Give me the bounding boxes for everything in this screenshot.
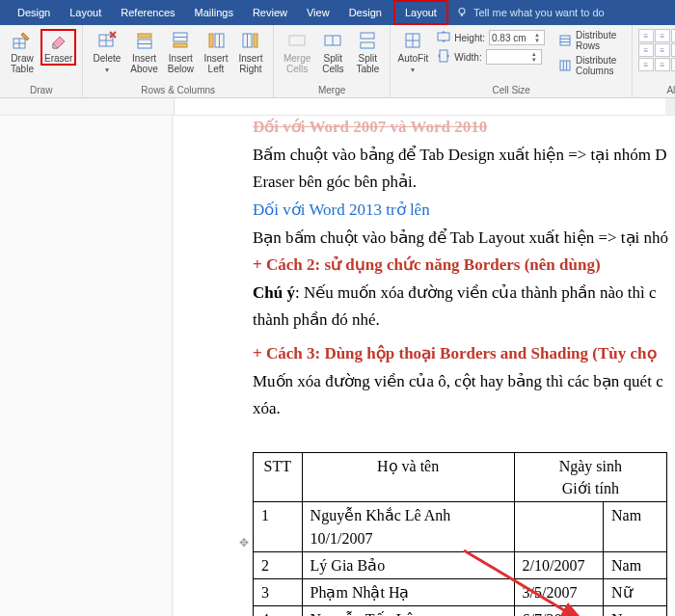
svg-rect-15	[174, 43, 187, 47]
svg-rect-30	[438, 33, 449, 40]
tab-design[interactable]: Design	[8, 0, 60, 25]
col-width-icon	[437, 49, 450, 65]
group-merge: Merge Cells Split Cells Split Table Merg…	[274, 25, 391, 97]
table-row[interactable]: 4 Nguyễn Tấn Lộc 6/7/2007 Nam	[254, 606, 667, 616]
alignment-grid[interactable]: ≡≡≡ ≡≡≡ ≡≡≡	[638, 29, 675, 71]
svg-rect-31	[440, 50, 447, 62]
horizontal-ruler[interactable]	[0, 98, 675, 116]
body-text: xóa.	[253, 397, 675, 421]
tell-me-search[interactable]: Tell me what you want to do	[456, 7, 605, 18]
chevron-down-icon: ▾	[411, 65, 415, 75]
body-text: Bấm chuột vào bảng để Tab Design xuất hi…	[253, 144, 675, 168]
body-text: Chú ý: Nếu muốn xóa đường viền của thành…	[253, 281, 675, 306]
autofit-icon	[403, 31, 422, 50]
group-draw-label: Draw	[6, 84, 76, 97]
distribute-columns-icon	[558, 59, 572, 72]
tab-table-design[interactable]: Design	[339, 0, 392, 25]
svg-rect-21	[254, 34, 257, 47]
split-table-button[interactable]: Split Table	[351, 29, 384, 76]
tell-me-placeholder: Tell me what you want to do	[473, 7, 605, 18]
insert-left-button[interactable]: Insert Left	[200, 29, 232, 76]
stepper-icon[interactable]: ▲▼	[529, 51, 539, 63]
bulb-icon	[456, 7, 468, 18]
group-rows-columns-label: Rows & Columns	[89, 84, 267, 97]
group-cell-size-label: Cell Size	[396, 84, 626, 97]
insert-above-button[interactable]: Insert Above	[126, 29, 161, 76]
table-row[interactable]: 3 Phạm Nhật Hạ 3/5/2007 Nữ	[254, 578, 667, 605]
merge-cells-icon	[287, 31, 307, 50]
svg-rect-25	[361, 33, 374, 39]
truncated-heading: Đối với Word 2007 và Word 2010	[253, 116, 675, 140]
eraser-button[interactable]: Eraser	[40, 29, 76, 66]
chevron-down-icon: ▾	[105, 65, 109, 75]
document-page[interactable]: Đối với Word 2007 và Word 2010 Bấm chuột…	[174, 116, 675, 616]
ribbon: Draw Table Eraser Draw Delete ▾	[0, 25, 675, 98]
body-text: thành phần đó nhé.	[253, 308, 675, 333]
distribute-rows-button[interactable]: Distribute Rows	[554, 29, 626, 52]
eraser-icon	[49, 31, 68, 50]
group-cell-size: AutoFit ▾ Height: 0.83 cm ▲▼	[391, 25, 633, 97]
svg-rect-26	[361, 42, 374, 48]
svg-rect-22	[289, 36, 305, 45]
table-row[interactable]: 2 Lý Gia Bảo 2/10/2007 Nam	[254, 551, 667, 578]
subheading-link: Đối với Word 2013 trở lên	[253, 199, 675, 223]
body-text: Bạn bấm chuột vào bảng để Tab Layout xuấ…	[253, 227, 675, 251]
height-input[interactable]: 0.83 cm ▲▼	[489, 30, 545, 45]
width-label: Width:	[454, 52, 481, 63]
svg-rect-32	[560, 36, 570, 45]
svg-rect-35	[560, 61, 570, 70]
insert-below-button[interactable]: Insert Below	[164, 29, 198, 76]
tab-review[interactable]: Review	[243, 0, 297, 25]
tab-mailings[interactable]: Mailings	[185, 0, 243, 25]
split-cells-icon	[323, 31, 342, 50]
group-merge-label: Merge	[280, 84, 384, 97]
group-alignment-label: Alignment	[638, 84, 675, 97]
delete-button[interactable]: Delete ▾	[89, 29, 124, 77]
insert-above-icon	[135, 31, 154, 50]
group-alignment: ≡≡≡ ≡≡≡ ≡≡≡ A Text Direction Alignment	[633, 25, 675, 97]
svg-point-0	[459, 9, 465, 14]
width-input[interactable]: ▲▼	[486, 49, 542, 65]
col-dob-gender: Ngày sinh Giới tính	[514, 453, 666, 502]
method-2-heading: + Cách 2: sử dụng chức năng Borders (nên…	[253, 254, 675, 278]
draw-table-button[interactable]: Draw Table	[6, 29, 39, 76]
group-rows-columns: Delete ▾ Insert Above Insert Below Inse	[83, 25, 274, 97]
table-header-row: STT Họ và tên Ngày sinh Giới tính	[254, 453, 667, 502]
table-move-handle-icon[interactable]: ✥	[239, 536, 249, 549]
split-cells-button[interactable]: Split Cells	[316, 29, 349, 76]
body-text: Muốn xóa đường viền của ô, cột hay bảng …	[253, 370, 675, 394]
svg-rect-18	[209, 34, 213, 47]
tab-layout[interactable]: Layout	[60, 0, 111, 25]
distribute-rows-icon	[558, 34, 572, 47]
col-name: Họ và tên	[302, 453, 514, 502]
col-stt: STT	[254, 453, 303, 502]
insert-right-icon	[241, 31, 260, 50]
autofit-button[interactable]: AutoFit ▾	[396, 29, 429, 77]
insert-left-icon	[206, 31, 226, 50]
merge-cells-button[interactable]: Merge Cells	[280, 29, 314, 76]
data-table[interactable]: STT Họ và tên Ngày sinh Giới tính 1 Nguy…	[253, 452, 667, 616]
pencil-table-icon	[13, 31, 32, 50]
row-height-icon	[437, 30, 450, 45]
distribute-columns-button[interactable]: Distribute Columns	[554, 54, 626, 77]
height-label: Height:	[454, 33, 485, 43]
tab-table-layout[interactable]: Layout	[393, 0, 448, 25]
tab-references[interactable]: References	[111, 0, 184, 25]
svg-rect-1	[461, 14, 463, 16]
insert-right-button[interactable]: Insert Right	[234, 29, 267, 76]
svg-rect-12	[138, 34, 151, 38]
split-table-icon	[358, 31, 377, 50]
tab-view[interactable]: View	[297, 0, 339, 25]
table-row[interactable]: 1 Nguyễn Khắc Lê Anh10/1/2007 Nam	[254, 502, 667, 551]
ribbon-tabs: Design Layout References Mailings Review…	[0, 0, 675, 25]
group-draw: Draw Table Eraser Draw	[0, 25, 83, 97]
delete-table-icon	[97, 31, 117, 50]
stepper-icon[interactable]: ▲▼	[532, 32, 542, 43]
insert-below-icon	[171, 31, 190, 50]
method-3-heading: + Cách 3: Dùng hộp thoại Borders and Sha…	[253, 342, 675, 366]
document-area: Đối với Word 2007 và Word 2010 Bấm chuột…	[0, 116, 675, 616]
body-text: Eraser bên góc bên phải.	[253, 171, 675, 195]
